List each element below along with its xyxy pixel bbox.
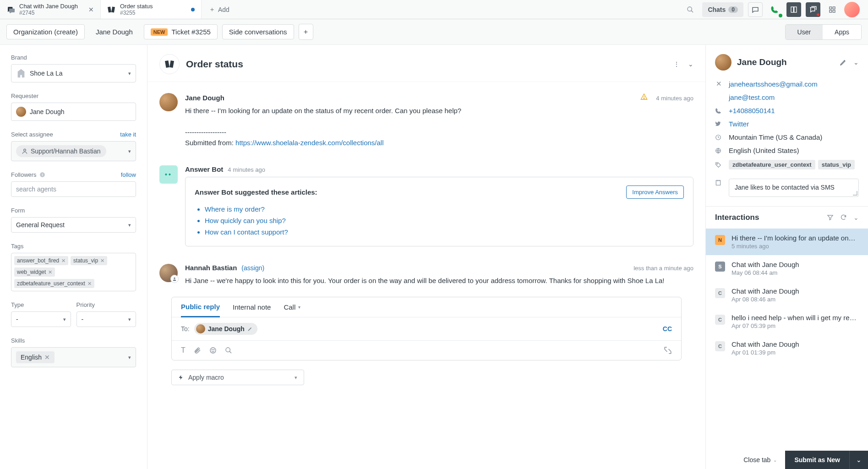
assignee-select[interactable]: Support/Hannah Bastian ▾ (11, 141, 136, 161)
submitted-link[interactable]: https://www.shoelala-zendesk.com/collect… (235, 139, 383, 147)
search-icon[interactable] (225, 347, 232, 354)
customer-header: Jane Dough ⌄ (706, 45, 868, 77)
avatar (196, 324, 205, 333)
seg-user[interactable]: User (786, 25, 823, 39)
priority-select[interactable]: - ▾ (76, 311, 136, 327)
lightning-icon (178, 374, 184, 381)
user-tag: status_vip (818, 160, 855, 169)
phone-icon (715, 108, 722, 114)
help-icon[interactable] (806, 2, 820, 17)
user-note[interactable]: Jane likes to be contacted via SMS (729, 179, 859, 197)
svg-rect-6 (830, 7, 832, 9)
seg-apps[interactable]: Apps (823, 25, 861, 39)
requester-label: Requester (11, 93, 136, 99)
requester-select[interactable]: Jane Dough (11, 103, 136, 121)
unsaved-dot-icon (191, 8, 195, 11)
type-select[interactable]: - ▾ (11, 311, 71, 327)
attachment-icon[interactable] (194, 347, 201, 354)
chevron-down-icon[interactable]: ⌄ (688, 60, 693, 68)
ticket-icon (107, 5, 115, 14)
search-icon[interactable] (683, 2, 698, 17)
emoji-icon[interactable] (209, 347, 217, 354)
status-badge: C (715, 288, 725, 298)
add-label: Add (218, 6, 229, 13)
person-icon (22, 148, 28, 154)
refresh-icon[interactable] (840, 214, 847, 221)
submit-button[interactable]: Submit as New (785, 451, 849, 469)
interaction-item[interactable]: C hello i need help - when will i get my… (706, 308, 868, 335)
remove-tag-icon[interactable]: ✕ (61, 258, 66, 264)
suggested-article[interactable]: How quickly can you ship? (205, 215, 684, 226)
chevron-down-icon[interactable]: ⌄ (853, 214, 859, 221)
svg-point-20 (213, 349, 214, 350)
svg-rect-4 (791, 7, 793, 12)
phone-icon[interactable] (767, 2, 782, 17)
pencil-icon (247, 326, 253, 332)
submitted-label: Submitted from: (185, 139, 235, 147)
avatar[interactable] (844, 2, 860, 17)
suggested-article[interactable]: Where is my order? (205, 203, 684, 215)
cc-button[interactable]: CC (663, 325, 672, 333)
interaction-item[interactable]: C Chat with Jane DoughApr 08 08:46 am (706, 282, 868, 308)
tab-internal-note[interactable]: Internal note (233, 303, 271, 317)
remove-tag-icon[interactable]: ✕ (100, 258, 104, 264)
chat-icon (6, 5, 15, 14)
email-link[interactable]: jane@test.com (729, 93, 775, 101)
follow-link[interactable]: follow (121, 171, 136, 178)
apply-macro-button[interactable]: Apply macro ▾ (171, 370, 304, 385)
tab-sub: #3255 (120, 10, 153, 16)
chevron-down-icon: ▾ (128, 148, 131, 154)
text-format-icon[interactable]: T (181, 346, 186, 354)
tab-chat[interactable]: Chat with Jane Dough #2745 ✕ (0, 0, 101, 19)
pencil-icon[interactable] (840, 59, 847, 66)
suggested-article[interactable]: How can I contact support? (205, 226, 684, 238)
remove-skill-icon[interactable]: ✕ (44, 354, 50, 361)
close-icon[interactable]: ✕ (88, 6, 94, 13)
crumb-side-conversations[interactable]: Side conversations (222, 24, 294, 39)
layout-icon[interactable] (786, 2, 801, 17)
apps-icon[interactable] (825, 2, 840, 17)
crumb-person[interactable]: Jane Dough (89, 25, 139, 39)
improve-answers-button[interactable]: Improve Answers (626, 185, 684, 199)
chevron-down-icon[interactable]: ⌄ (853, 59, 859, 66)
svg-rect-9 (833, 10, 835, 12)
timestamp: 4 minutes ago (228, 166, 265, 173)
take-it-link[interactable]: take it (120, 131, 136, 138)
followers-input[interactable] (11, 181, 136, 197)
form-select[interactable]: General Request ▾ (11, 217, 136, 233)
assign-link[interactable]: (assign) (241, 264, 264, 272)
chats-button[interactable]: Chats 0 (702, 2, 743, 17)
crumb-ticket[interactable]: NEW Ticket #3255 (144, 24, 218, 39)
comment-icon[interactable] (748, 2, 763, 17)
avatar (159, 93, 178, 111)
brand-select[interactable]: Shoe La La ▾ (11, 64, 136, 82)
add-tab-button[interactable]: ＋ Add (202, 5, 237, 14)
tab-call[interactable]: Call ▾ (284, 303, 300, 317)
crumb-org[interactable]: Organization (create) (6, 24, 85, 39)
kebab-icon[interactable]: ⋮ (673, 60, 680, 68)
tab-public-reply[interactable]: Public reply (181, 303, 220, 317)
interaction-item[interactable]: S Chat with Jane DoughMay 06 08:44 am (706, 255, 868, 282)
close-icon[interactable]: ✕ (715, 80, 722, 88)
filter-icon[interactable] (827, 214, 834, 221)
close-tab-button[interactable]: Close tab ⌄ (735, 451, 785, 469)
tab-order-status[interactable]: Order status #3255 (101, 0, 202, 19)
twitter-link[interactable]: Twitter (729, 120, 749, 128)
interaction-item[interactable]: N Hi there -- I'm looking for an update … (706, 229, 868, 255)
remove-tag-icon[interactable]: ✕ (48, 269, 52, 275)
tags-input[interactable]: answer_bot_fired✕ status_vip✕ web_widget… (11, 253, 136, 291)
skills-select[interactable]: English ✕ ▾ (11, 347, 136, 367)
remove-tag-icon[interactable]: ✕ (87, 281, 92, 287)
svg-point-25 (717, 163, 718, 164)
recipient-chip[interactable]: Jane Dough (194, 323, 257, 335)
bot-card-title: Answer Bot suggested these articles: (195, 188, 317, 196)
tags-label: Tags (11, 243, 136, 250)
submit-dropdown[interactable]: ⌄ (849, 451, 868, 469)
phone-link[interactable]: +14088050141 (729, 107, 775, 115)
interaction-item[interactable]: C Chat with Jane DoughApr 01 01:39 pm (706, 335, 868, 361)
expand-icon[interactable] (664, 346, 672, 354)
form-value: General Request (16, 221, 65, 229)
agent-badge-icon (170, 275, 179, 283)
email-link[interactable]: janeheartsshoes@gmail.com (729, 80, 818, 88)
crumb-add-button[interactable]: ＋ (299, 24, 313, 40)
